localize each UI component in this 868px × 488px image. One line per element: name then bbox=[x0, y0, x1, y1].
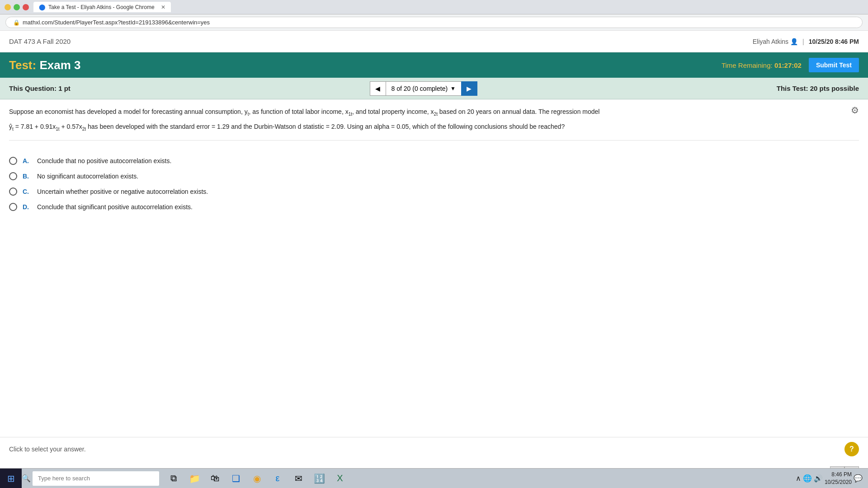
taskbar-date-value: 10/25/2020 bbox=[825, 479, 852, 486]
user-info: Eliyah Atkins 👤 | 10/25/20 8:46 PM bbox=[753, 38, 859, 45]
taskbar-time-value: 8:46 PM bbox=[825, 471, 852, 479]
test-banner: Test: Exam 3 Time Remaining: 01:27:02 Su… bbox=[0, 52, 868, 78]
gear-icon[interactable]: ⚙ bbox=[851, 105, 859, 116]
answer-options: A. Conclude that no positive autocorrela… bbox=[9, 150, 859, 218]
taskbar-clock: 8:46 PM 10/25/2020 bbox=[825, 471, 852, 486]
question-navigator[interactable]: ◀ 8 of 20 (0 complete) ▼ ▶ bbox=[370, 81, 477, 96]
submit-test-button[interactable]: Submit Test bbox=[809, 58, 859, 72]
radio-d[interactable] bbox=[9, 203, 17, 211]
bottom-bar: Click to select your answer. ? bbox=[0, 437, 868, 461]
dropdown-arrow-icon: ▼ bbox=[450, 85, 456, 92]
option-letter-a: A. bbox=[23, 157, 32, 164]
answer-option-c[interactable]: C. Uncertain whether positive or negativ… bbox=[9, 184, 859, 199]
file-explorer-icon[interactable]: 📁 bbox=[185, 469, 203, 488]
taskbar-search-icon: 🔍 bbox=[22, 474, 31, 483]
user-name: Eliyah Atkins 👤 bbox=[753, 38, 798, 45]
help-button[interactable]: ? bbox=[844, 442, 859, 456]
time-value: 01:27:02 bbox=[774, 61, 802, 69]
test-name: Exam 3 bbox=[39, 58, 80, 72]
address-box[interactable]: 🔒 mathxl.com/Student/PlayerTest.aspx?tes… bbox=[5, 17, 863, 28]
option-text-c: Uncertain whether positive or negative a… bbox=[37, 188, 208, 195]
test-label: Test: bbox=[9, 58, 36, 72]
taskbar-search-input[interactable] bbox=[33, 471, 159, 486]
this-test-bold: This Test: bbox=[777, 84, 808, 92]
maximize-button[interactable] bbox=[14, 4, 20, 10]
mail-taskbar-icon[interactable]: ✉ bbox=[289, 469, 307, 488]
answer-option-d[interactable]: D. Conclude that significant positive au… bbox=[9, 199, 859, 215]
taskbar-pinned-icons: ⧉ 📁 🛍 ❑ ◉ ε ✉ 🔢 X bbox=[161, 469, 353, 488]
notification-icon[interactable]: 💬 bbox=[854, 474, 863, 483]
excel-taskbar-icon[interactable]: X bbox=[331, 469, 349, 488]
this-test-label: This Test: 20 pts possible bbox=[777, 84, 859, 92]
click-hint: Click to select your answer. bbox=[9, 446, 86, 453]
minimize-button[interactable] bbox=[5, 4, 11, 10]
edge-taskbar-icon[interactable]: ε bbox=[269, 469, 287, 488]
calculator-taskbar-icon[interactable]: 🔢 bbox=[310, 469, 328, 488]
prev-question-button[interactable]: ◀ bbox=[370, 81, 386, 96]
windows-logo-icon: ⊞ bbox=[7, 473, 15, 484]
question-text: Suppose an economist has developed a mod… bbox=[9, 107, 859, 141]
option-letter-c: C. bbox=[23, 188, 32, 195]
sound-tray-icon[interactable]: 🔊 bbox=[814, 474, 823, 483]
time-label: Time Remaining: bbox=[722, 61, 773, 69]
answer-option-b[interactable]: B. No significant autocorrelation exists… bbox=[9, 169, 859, 184]
answer-option-a[interactable]: A. Conclude that no positive autocorrela… bbox=[9, 153, 859, 169]
navigation-bar: This Question: 1 pt ◀ 8 of 20 (0 complet… bbox=[0, 78, 868, 99]
radio-b[interactable] bbox=[9, 172, 17, 180]
content-area: ⚙ Suppose an economist has developed a m… bbox=[0, 99, 868, 325]
separator: | bbox=[802, 38, 804, 45]
store-icon[interactable]: 🛍 bbox=[206, 469, 224, 488]
tab-title: Take a Test - Eliyah Atkins - Google Chr… bbox=[48, 4, 155, 10]
system-tray: ∧ 🌐 🔊 bbox=[796, 474, 823, 483]
dropbox-icon[interactable]: ❑ bbox=[227, 469, 245, 488]
tab-close-icon[interactable]: ✕ bbox=[161, 4, 165, 10]
this-test-pts: 20 pts possible bbox=[810, 84, 859, 92]
radio-c[interactable] bbox=[9, 188, 17, 196]
question-info[interactable]: 8 of 20 (0 complete) ▼ bbox=[386, 81, 461, 96]
time-remaining: Time Remaining: 01:27:02 bbox=[722, 61, 802, 69]
option-text-d: Conclude that significant positive autoc… bbox=[37, 203, 193, 211]
taskbar-right: ∧ 🌐 🔊 8:46 PM 10/25/2020 💬 bbox=[796, 471, 868, 486]
this-question-label: This Question: 1 pt bbox=[9, 84, 71, 92]
test-header-right: Time Remaining: 01:27:02 Submit Test bbox=[722, 58, 859, 72]
this-question-pts: 1 pt bbox=[58, 84, 71, 92]
radio-a[interactable] bbox=[9, 157, 17, 165]
question-nav-text: 8 of 20 (0 complete) bbox=[392, 85, 448, 92]
next-question-button[interactable]: ▶ bbox=[461, 81, 477, 96]
browser-addressbar: 🔒 mathxl.com/Student/PlayerTest.aspx?tes… bbox=[0, 14, 868, 31]
option-text-a: Conclude that no positive autocorrelatio… bbox=[37, 157, 171, 164]
browser-titlebar: ⬤ Take a Test - Eliyah Atkins - Google C… bbox=[0, 0, 868, 14]
taskbar: ⊞ 🔍 ⧉ 📁 🛍 ❑ ◉ ε ✉ 🔢 X ∧ 🌐 🔊 8:46 PM 10/2… bbox=[0, 468, 868, 488]
browser-tab[interactable]: ⬤ Take a Test - Eliyah Atkins - Google C… bbox=[33, 2, 171, 12]
user-icon: 👤 bbox=[790, 38, 798, 45]
chrome-taskbar-icon[interactable]: ◉ bbox=[248, 469, 266, 488]
option-letter-b: B. bbox=[23, 173, 32, 180]
timestamp: 10/25/20 8:46 PM bbox=[809, 38, 859, 45]
start-button[interactable]: ⊞ bbox=[0, 469, 22, 488]
close-button[interactable] bbox=[23, 4, 29, 10]
up-arrow-tray-icon[interactable]: ∧ bbox=[796, 474, 801, 483]
option-letter-d: D. bbox=[23, 203, 32, 211]
lock-icon: 🔒 bbox=[13, 19, 20, 26]
app-header: DAT 473 A Fall 2020 Eliyah Atkins 👤 | 10… bbox=[0, 31, 868, 52]
window-controls[interactable] bbox=[5, 4, 29, 10]
chrome-icon: ⬤ bbox=[39, 4, 46, 10]
network-tray-icon[interactable]: 🌐 bbox=[803, 474, 812, 483]
this-question-bold: This Question: bbox=[9, 84, 57, 92]
url-text: mathxl.com/Student/PlayerTest.aspx?testI… bbox=[23, 19, 210, 26]
option-text-b: No significant autocorrelation exists. bbox=[37, 173, 138, 180]
task-view-button[interactable]: ⧉ bbox=[165, 469, 183, 488]
test-title: Test: Exam 3 bbox=[9, 58, 81, 72]
course-title: DAT 473 A Fall 2020 bbox=[9, 38, 71, 45]
